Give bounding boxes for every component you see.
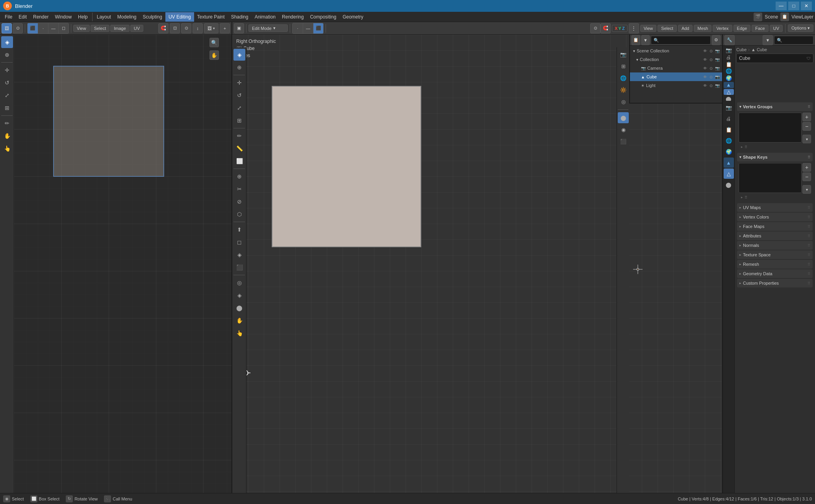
rotate-tool-btn[interactable]: ↺ [1, 77, 13, 89]
section-remesh[interactable]: ▸ Remesh ⠿ [737, 260, 813, 269]
pan-btn[interactable]: ✋ [209, 50, 219, 60]
workspace-geometry[interactable]: Geometry [339, 12, 367, 22]
tree-camera[interactable]: 📷 Camera 👁 ⊙ 📷 [630, 64, 722, 72]
close-button[interactable]: ✕ [801, 2, 812, 10]
filter-btn[interactable]: ▼ [641, 35, 650, 45]
image-picker[interactable]: 🖼 ▾ [204, 23, 219, 33]
props-main-material[interactable]: ⬤ [724, 180, 734, 190]
vg-remove-btn[interactable]: − [802, 122, 811, 131]
section-custom-properties[interactable]: ▸ Custom Properties ⠿ [737, 279, 813, 287]
vp-rotate-btn[interactable]: ↺ [233, 89, 245, 101]
vp-select-btn[interactable]: ◈ [233, 49, 245, 61]
view-menu[interactable]: View [73, 25, 90, 32]
uv-sync-sel-btn[interactable]: ↕ [193, 23, 203, 33]
cam-render-btn[interactable]: 📷 [714, 66, 721, 70]
vp-overlay-btn[interactable]: 🔆 [618, 84, 629, 95]
light-viewport-btn[interactable]: ⊙ [709, 83, 713, 88]
uv-menu-3d[interactable]: UV [770, 25, 783, 32]
minimize-button[interactable]: — [776, 2, 787, 10]
extras-btn[interactable]: ⋮ [629, 23, 639, 33]
vp-camera-btn[interactable]: 📷 [618, 49, 629, 60]
light-visibility-btn[interactable]: 👁 [702, 83, 708, 88]
scale-tool-btn[interactable]: ⤢ [1, 89, 13, 101]
section-vertex-colors[interactable]: ▸ Vertex Colors ⠿ [737, 213, 813, 221]
workspace-texture-paint[interactable]: Texture Paint [194, 12, 228, 22]
light-render-btn[interactable]: 📷 [714, 83, 721, 88]
vp-cursor-btn[interactable]: ⊕ [233, 61, 245, 73]
workspace-rendering[interactable]: Rendering [279, 12, 307, 22]
props-search[interactable] [774, 36, 813, 44]
cube-render-btn[interactable]: 📷 [714, 75, 721, 79]
menu-edit[interactable]: Edit [15, 12, 30, 22]
vert-mode-btn[interactable]: · [293, 23, 303, 33]
maximize-button[interactable]: □ [788, 2, 799, 10]
props-main-viewlayer[interactable]: 📋 [724, 124, 734, 135]
options-dropdown[interactable]: Options ▾ [788, 24, 813, 32]
viewlayer-icon[interactable]: 📋 [780, 13, 789, 21]
vp-xray-btn[interactable]: ◎ [618, 96, 629, 107]
zoom-btn[interactable]: 🔍 [209, 38, 219, 47]
props-main-output[interactable]: 🖨 [724, 113, 734, 124]
viewport-editor-type[interactable]: ▣ [234, 23, 244, 33]
props-main-object[interactable]: ▲ [724, 158, 734, 168]
grab-tool-btn[interactable]: ✋ [1, 130, 13, 142]
col-viewport-btn[interactable]: ⊙ [709, 57, 713, 62]
move-tool-btn[interactable]: ✛ [1, 64, 13, 76]
vp-add-cube-btn[interactable]: ⬜ [233, 155, 245, 167]
props-type-btn[interactable]: 🔧 [724, 35, 735, 45]
vp-bevel-btn[interactable]: ◈ [233, 249, 245, 261]
vp-transform-btn[interactable]: ⊞ [233, 115, 245, 126]
outliner-search[interactable] [651, 36, 711, 44]
vp-loop-cut-btn[interactable]: ⊕ [233, 170, 245, 182]
tree-collection[interactable]: ▾ Collection 👁 ⊙ 📷 [630, 55, 722, 64]
uv-canvas[interactable]: 🔍 ✋ [14, 35, 232, 493]
proportional-edit-btn[interactable]: ⊙ [590, 23, 600, 33]
tree-light[interactable]: ☀ Light 👁 ⊙ 📷 [630, 81, 722, 90]
cam-visibility-btn[interactable]: 👁 [702, 66, 708, 70]
snap-btn[interactable]: 🧲 [600, 23, 611, 33]
vp-move-btn[interactable]: ✛ [233, 77, 245, 89]
col-visibility-btn[interactable]: 👁 [702, 57, 708, 62]
select-menu-3d[interactable]: Select [658, 25, 677, 32]
outliner-type-btn[interactable]: 📋 [632, 35, 640, 45]
face-mode-btn[interactable]: ⬛ [313, 23, 323, 33]
vertex-groups-header[interactable]: ▾ Vertex Groups ⠿ [737, 102, 813, 111]
edge-menu[interactable]: Edge [734, 25, 751, 32]
vg-down-btn[interactable]: ▾ [802, 135, 811, 143]
cube-viewport-btn[interactable]: ⊙ [709, 75, 713, 79]
cam-viewport-btn[interactable]: ⊙ [709, 66, 713, 70]
vp-bisect-btn[interactable]: ⊘ [233, 196, 245, 208]
add-menu-3d[interactable]: Add [678, 25, 693, 32]
section-texture-space[interactable]: ▸ Texture Space ⠿ [737, 250, 813, 259]
axis-x-label[interactable]: X [615, 26, 617, 31]
props-tab-object[interactable]: ▲ [724, 82, 734, 88]
axis-y-label[interactable]: Y [619, 26, 621, 31]
vp-grid-btn[interactable]: ⊞ [618, 61, 629, 72]
visibility-btn[interactable]: 👁 [702, 49, 708, 53]
solid-shade-btn[interactable]: ⬤ [618, 112, 629, 123]
grab2-tool-btn[interactable]: 👆 [1, 143, 13, 154]
menu-window[interactable]: Window [52, 12, 75, 22]
obj-name-display[interactable]: Cube 🛡 [736, 54, 813, 63]
view-menu-3d[interactable]: View [640, 25, 657, 32]
vp-smooth-btn[interactable]: ⬤ [233, 302, 245, 314]
vertex-menu[interactable]: Vertex [713, 25, 732, 32]
props-tab-scene[interactable]: 🌐 [724, 68, 734, 74]
select-tool-btn[interactable]: ◈ [1, 36, 13, 48]
edge-mode-btn[interactable]: — [303, 23, 313, 33]
props-tab-render[interactable]: 📷 [724, 47, 734, 54]
scene-selector[interactable]: 🎬 [754, 13, 762, 21]
face-select-btn[interactable]: ⬛ [28, 23, 38, 33]
props-main-scene[interactable]: 🌐 [724, 135, 734, 146]
props-filter-btn[interactable]: ▼ [763, 35, 773, 45]
render-shade-btn[interactable]: ⬛ [618, 136, 629, 147]
section-geometry-data[interactable]: ▸ Geometry Data ⠿ [737, 269, 813, 278]
vg-add-btn[interactable]: + [802, 113, 811, 121]
tree-cube[interactable]: ▲ Cube 👁 ⊙ 📷 [630, 72, 722, 81]
section-normals[interactable]: ▸ Normals ⠿ [737, 241, 813, 250]
tree-scene-collection[interactable]: ▾ Scene Collection 👁 ⊙ 📷 [630, 46, 722, 55]
vp-grab-btn[interactable]: ✋ [233, 315, 245, 326]
props-tab-world[interactable]: 🌍 [724, 75, 734, 82]
col-render-btn[interactable]: 📷 [714, 57, 721, 62]
cube-visibility-btn[interactable]: 👁 [702, 75, 708, 79]
